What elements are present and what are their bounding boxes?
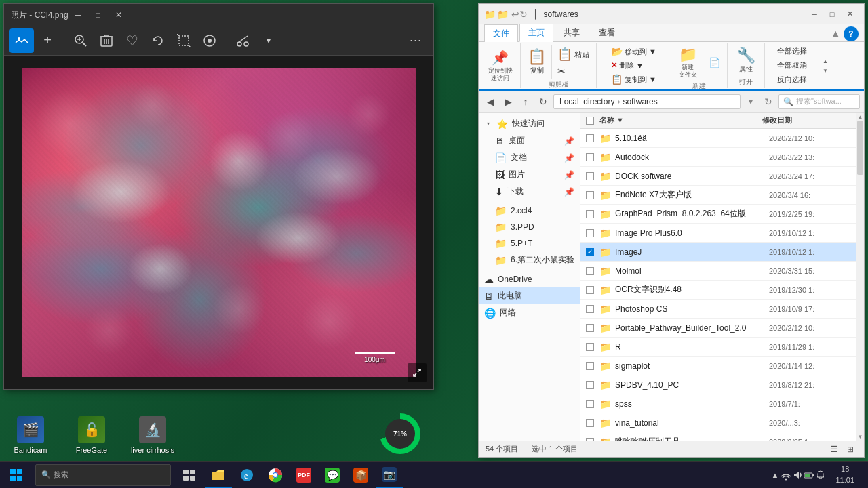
- delete-button[interactable]: [94, 28, 119, 53]
- list-view-btn[interactable]: ☰: [827, 443, 841, 455]
- sidebar-item-2ccl4[interactable]: 📁 2.ccl4: [479, 203, 580, 219]
- address-bar[interactable]: Local_directory › softwares: [553, 94, 741, 109]
- sidebar-item-desktop[interactable]: 🖥 桌面 📌: [479, 132, 580, 149]
- move-to-btn[interactable]: 📂 移动到 ▼: [608, 45, 659, 58]
- sidebar-item-network[interactable]: 🌐 网络: [479, 304, 580, 321]
- explorer-minimize[interactable]: ─: [806, 7, 823, 21]
- file-row[interactable]: 📁 Molmol 2020/3/31 15:: [580, 262, 856, 281]
- checkbox-checked[interactable]: ✓: [586, 248, 594, 256]
- sidebar-item-quickaccess[interactable]: ▾ ⭐ 快速访问: [479, 115, 580, 132]
- file-row[interactable]: 📁 R 2019/11/29 1:: [580, 338, 856, 357]
- sidebar-item-thispc[interactable]: 🖥 此电脑: [479, 287, 580, 304]
- checkbox[interactable]: [586, 134, 594, 142]
- crop-button[interactable]: [172, 28, 196, 53]
- desktop-icon-bandicam[interactable]: 🎬 Bandicam: [7, 416, 54, 454]
- battery-tray-icon[interactable]: [804, 470, 814, 481]
- taskbar-photos[interactable]: 📷: [376, 462, 403, 489]
- tab-share[interactable]: 共享: [555, 24, 589, 41]
- favorite-button[interactable]: ♡: [120, 28, 144, 53]
- forward-button[interactable]: ▶: [500, 94, 515, 109]
- file-row[interactable]: 📁 5.10.1éä 2020/2/12 10:: [580, 129, 856, 148]
- up-button[interactable]: ↑: [518, 94, 533, 109]
- file-row[interactable]: 📁 SPDBV_4.10_PC 2019/8/12 21:: [580, 375, 856, 394]
- notification-tray-icon[interactable]: [815, 470, 826, 481]
- select-all-btn[interactable]: 全部选择: [774, 45, 810, 58]
- address-refresh-btn[interactable]: ↻: [761, 94, 776, 109]
- explorer-close[interactable]: ✕: [841, 7, 859, 21]
- taskbar-wechat[interactable]: 💬: [319, 462, 346, 489]
- dropdown-button[interactable]: ▾: [256, 28, 281, 53]
- refresh-button[interactable]: ↻: [536, 94, 551, 109]
- checkbox[interactable]: [586, 362, 594, 370]
- checkbox[interactable]: [586, 305, 594, 313]
- checkbox[interactable]: [586, 324, 594, 332]
- checkbox[interactable]: [586, 286, 594, 294]
- rotate-button[interactable]: [146, 28, 170, 53]
- file-row[interactable]: 📁 DOCK software 2020/3/24 17:: [580, 167, 856, 186]
- ribbon-scroll-down[interactable]: ▼: [821, 66, 830, 75]
- file-row-imagej[interactable]: ✓ 📁 ImageJ 2019/10/12 1:: [580, 243, 856, 262]
- checkbox[interactable]: [586, 400, 594, 408]
- ribbon-scroll-up[interactable]: ▲: [821, 56, 830, 66]
- details-view-btn[interactable]: ⊞: [844, 443, 857, 455]
- file-row[interactable]: 📁 GraphPad_Prism_8.0.2.263_64位版 2019/2/2…: [580, 205, 856, 224]
- zoom-in-button[interactable]: [68, 28, 93, 53]
- add-button[interactable]: +: [35, 28, 60, 53]
- sidebar-item-downloads[interactable]: ⬇ 下载 📌: [479, 183, 580, 200]
- sidebar-item-5pt[interactable]: 📁 5.P+T: [479, 235, 580, 251]
- paste-btn[interactable]: 📋 粘贴: [555, 45, 592, 63]
- ribbon-collapse-btn[interactable]: ▲: [830, 28, 841, 40]
- taskbar-app1[interactable]: 📦: [347, 462, 374, 489]
- scissors-button[interactable]: [231, 28, 255, 53]
- file-row[interactable]: 📁 spss 2019/7/1:: [580, 394, 856, 413]
- file-row[interactable]: 📁 Image Pro Plus6.0 2019/10/12 1:: [580, 224, 856, 243]
- sidebar-item-6mice[interactable]: 📁 6.第二次小鼠实验: [479, 251, 580, 268]
- copy-to-btn[interactable]: 📋 复制到 ▼: [608, 73, 659, 86]
- file-row[interactable]: 📁 vina_tutorial 2020/...3:: [580, 413, 856, 432]
- checkbox[interactable]: [586, 153, 594, 161]
- taskbar-fileexplorer[interactable]: [205, 462, 232, 489]
- checkbox[interactable]: [586, 267, 594, 275]
- checkbox[interactable]: [586, 381, 594, 389]
- file-row[interactable]: 📁 Portable_Pathway_Builder_Tool_2.0 2020…: [580, 319, 856, 338]
- desktop-icon-liver[interactable]: 🔬 liver cirrhosis: [129, 416, 176, 454]
- new-folder-btn[interactable]: 📁 新建文件夹: [675, 45, 700, 80]
- tab-file[interactable]: 文件: [484, 24, 518, 42]
- explorer-maximize[interactable]: □: [823, 7, 841, 21]
- header-date[interactable]: 修改日期: [762, 115, 844, 125]
- sidebar-item-pictures[interactable]: 🖼 图片 📌: [479, 166, 580, 183]
- invert-select-btn[interactable]: 反向选择: [774, 73, 810, 86]
- cut-btn[interactable]: ✂: [555, 64, 592, 78]
- checkbox[interactable]: [586, 191, 594, 199]
- scroll-up-btn[interactable]: ▲: [856, 113, 864, 121]
- header-checkbox[interactable]: [586, 117, 594, 125]
- maximize-button[interactable]: □: [89, 8, 108, 22]
- file-row[interactable]: 📁 EndNote X7大客户版 2020/3/4 16:: [580, 186, 856, 205]
- file-row[interactable]: 📁 Photoshop CS 2019/10/9 17:: [580, 300, 856, 319]
- network-tray-icon[interactable]: [781, 470, 791, 481]
- close-button[interactable]: ✕: [109, 8, 128, 22]
- file-row[interactable]: 📁 OCR文字识别4.48 2019/12/30 1:: [580, 281, 856, 300]
- file-row[interactable]: 📁 sigmaplot 2020/1/14 12:: [580, 357, 856, 375]
- checkbox[interactable]: [586, 210, 594, 218]
- taskbar-ie[interactable]: e: [233, 462, 260, 489]
- photo-icon-button[interactable]: [9, 28, 34, 53]
- taskview-button[interactable]: [176, 462, 203, 489]
- deselect-all-btn[interactable]: 全部取消: [774, 59, 810, 72]
- help-button[interactable]: ?: [844, 26, 859, 41]
- systray-up-arrow[interactable]: ▲: [770, 471, 781, 479]
- header-name[interactable]: 名称 ▼: [599, 115, 762, 125]
- minimize-button[interactable]: ─: [68, 8, 87, 22]
- start-button[interactable]: [0, 462, 33, 489]
- sidebar-item-documents[interactable]: 📄 文档 📌: [479, 149, 580, 166]
- expand-button[interactable]: [408, 363, 427, 382]
- search-box[interactable]: 🔍 搜索"softwa...: [778, 94, 860, 109]
- file-list-scrollbar[interactable]: ▲ ▼: [856, 113, 864, 441]
- show-desktop-btn[interactable]: [861, 462, 868, 489]
- address-dropdown-btn[interactable]: ▾: [743, 94, 758, 109]
- file-row[interactable]: 📁 Autodock 2020/3/22 13:: [580, 148, 856, 167]
- file-row[interactable]: 📁 哗哗哗哗压制工具 2020/2/25 1:: [580, 432, 856, 441]
- pin-to-quick-btn[interactable]: 📌 定位到快速访问: [486, 48, 515, 83]
- tab-view[interactable]: 查看: [590, 24, 624, 41]
- taskbar-pdf[interactable]: PDF: [290, 462, 317, 489]
